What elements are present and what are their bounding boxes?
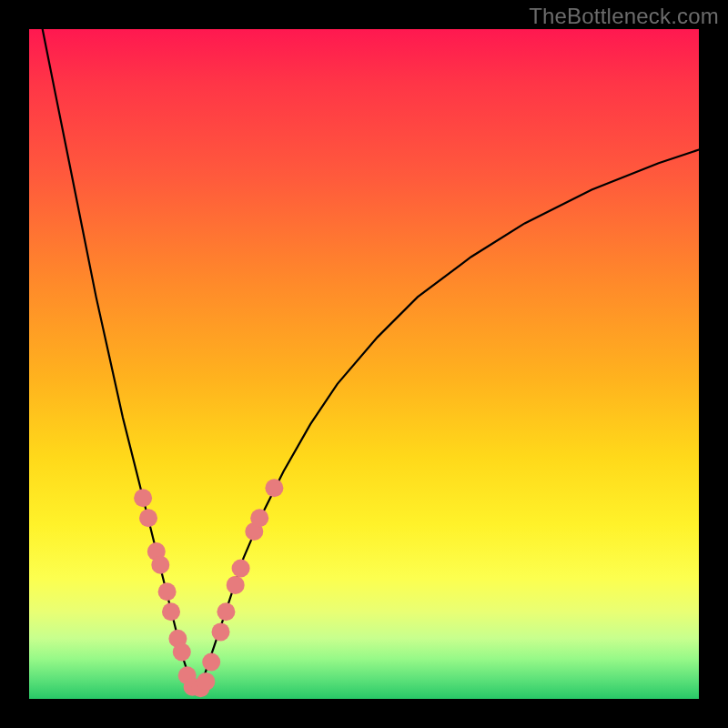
chart-svg [29,29,699,699]
highlight-dot [217,602,235,621]
highlight-dot [202,653,220,672]
highlight-dot [139,509,157,527]
highlight-dot [197,672,215,691]
highlight-dot [173,643,191,662]
highlight-dot [232,560,250,578]
highlight-dot [162,602,180,621]
highlight-dot [250,509,268,527]
highlight-dot [158,582,177,601]
watermark-text: TheBottleneck.com [529,4,719,29]
highlight-dot [265,479,283,497]
highlight-dot [151,556,169,574]
highlight-dots [134,479,283,697]
plot-area [29,29,699,699]
outer-frame: TheBottleneck.com [0,0,728,728]
curve-group [43,29,699,693]
highlight-dot [227,576,245,594]
highlight-dot [212,622,230,641]
right-branch-curve [198,150,699,693]
highlight-dot [134,489,152,507]
